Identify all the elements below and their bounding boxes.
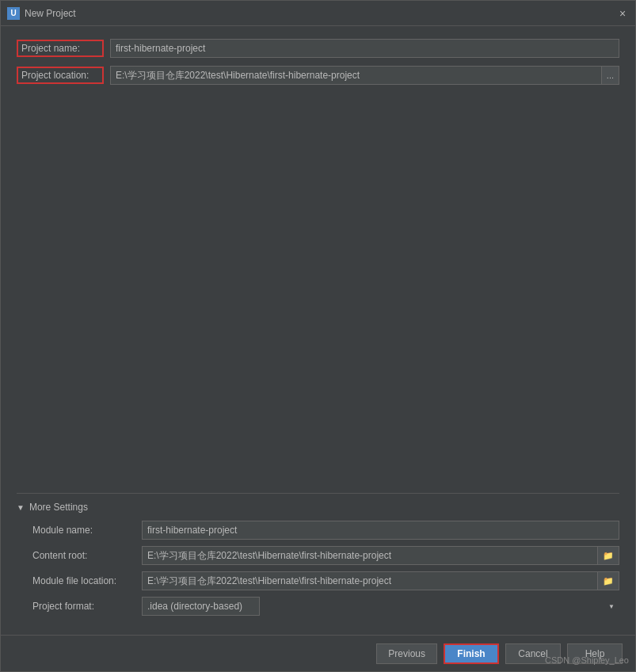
project-location-input[interactable]	[110, 66, 601, 85]
previous-button[interactable]: Previous	[376, 643, 437, 664]
more-settings-body: Module name: Content root: 📁 Module file…	[17, 521, 619, 616]
new-project-dialog: U New Project × Project name: Project lo…	[0, 0, 636, 672]
dialog-content: Project name: Project location: ... ▼ Mo…	[1, 26, 635, 635]
dialog-footer: Previous Finish Cancel Help	[1, 635, 635, 671]
content-root-input-group: 📁	[142, 546, 619, 565]
module-file-location-label: Module file location:	[32, 574, 135, 588]
content-root-input[interactable]	[142, 546, 597, 565]
content-spacer	[17, 93, 619, 493]
project-format-row: Project format: .idea (directory-based).…	[32, 597, 619, 616]
project-format-select[interactable]: .idea (directory-based).ipr (file based)	[142, 597, 260, 616]
more-settings-section: ▼ More Settings Module name: Content roo…	[17, 493, 619, 622]
module-name-input[interactable]	[142, 521, 619, 540]
module-file-location-row: Module file location: 📁	[32, 571, 619, 590]
content-root-label: Content root:	[32, 548, 135, 563]
module-file-location-input[interactable]	[142, 571, 597, 590]
content-root-browse-button[interactable]: 📁	[597, 546, 619, 565]
project-location-label: Project location:	[17, 67, 104, 84]
module-name-row: Module name:	[32, 521, 619, 540]
project-format-select-wrapper: .idea (directory-based).ipr (file based)	[142, 597, 619, 616]
project-name-input[interactable]	[110, 39, 619, 58]
dialog-title: New Project	[25, 8, 616, 19]
project-name-row: Project name:	[17, 39, 619, 58]
finish-button[interactable]: Finish	[444, 643, 499, 664]
project-format-label: Project format:	[32, 599, 135, 613]
close-button[interactable]: ×	[616, 7, 629, 20]
title-bar: U New Project ×	[1, 1, 635, 26]
project-name-label: Project name:	[17, 40, 104, 57]
help-button[interactable]: Help	[567, 643, 623, 664]
module-name-label: Module name:	[32, 523, 135, 537]
collapse-arrow-icon: ▼	[17, 503, 25, 512]
more-settings-label: More Settings	[29, 502, 88, 513]
project-location-row: Project location: ...	[17, 66, 619, 85]
project-location-input-group: ...	[110, 66, 619, 85]
more-settings-header[interactable]: ▼ More Settings	[17, 502, 619, 513]
app-icon: U	[7, 7, 20, 20]
cancel-button[interactable]: Cancel	[505, 643, 561, 664]
module-file-location-browse-button[interactable]: 📁	[597, 571, 619, 590]
module-file-location-input-group: 📁	[142, 571, 619, 590]
content-root-row: Content root: 📁	[32, 546, 619, 565]
project-location-browse-button[interactable]: ...	[601, 66, 619, 85]
